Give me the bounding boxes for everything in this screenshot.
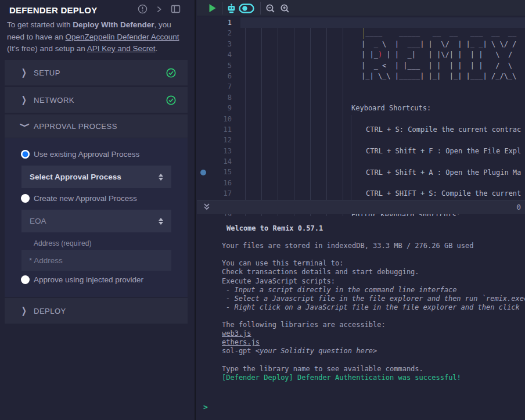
transaction-count-badge: 0 [516,203,521,211]
chevron-right-icon[interactable] [155,5,163,13]
zoom-in-icon[interactable] [279,2,290,14]
radio-use-existing-label: Use existing Approval Process [34,150,139,159]
line-number: 13 [197,146,232,156]
approval-process-content: Use existing Approval Process Select App… [5,138,188,297]
terminal-line: •web3.js [222,329,525,338]
intro-text: To get started with Deploy With Defender… [7,19,188,55]
run-script-icon[interactable] [206,2,218,14]
collapse-terminal-icon[interactable] [202,202,211,214]
red-bracket: ) [378,51,382,59]
radio-injected-provider-label: Approve using injected provider [34,275,143,285]
zoom-out-icon[interactable] [264,2,276,14]
approval-process-select[interactable]: Select Approval Process [21,166,171,188]
section-setup-label: SETUP [34,69,60,77]
radio-create-new[interactable] [21,194,30,203]
defender-deploy-panel: DEFENDER DEPLOY To get started with Depl… [0,0,196,420]
terminal-link[interactable]: ethers.js [222,338,260,346]
approval-type-select-value: EOA [30,217,46,225]
terminal-line: The following libraries are accessible: [222,321,525,329]
ai-toggle-on[interactable] [238,2,254,14]
indent-guide [294,28,294,216]
terminal-link[interactable]: web3.js [222,329,251,338]
terminal-line [222,312,525,321]
terminal-line: •Execute JavaScript scripts: [222,277,525,286]
terminal-text: - Select a Javascript file in the file e… [226,295,525,303]
indent-guide [343,28,343,216]
indent-guide [326,28,327,216]
editor-text-line: CTRL + Shift + A : Open the Plugin Ma [366,167,521,178]
line-number: 9 [197,103,232,113]
alert-circle-icon[interactable] [138,4,148,14]
main-area: 12345678910111213141516171819 ____ _____… [197,0,525,420]
line-number: 11 [197,124,232,135]
terminal-line: - Input a script directly in the command… [226,286,525,295]
remix-ai-robot-icon[interactable] [225,2,237,14]
section-deploy[interactable]: ❯ DEPLOY [5,298,188,324]
intro-text-segment: (It's free) and setup an [7,44,87,53]
terminal-text: [Defender Deploy] Defender Authenticatio… [222,374,461,382]
terminal-line: - Select a Javascript file in the file e… [226,295,525,303]
terminal-line: •Check transactions details and start de… [222,268,525,277]
terminal-line: You can use this terminal to: [222,259,525,268]
check-circle-icon [166,95,176,105]
radio-injected-provider[interactable] [21,275,30,284]
intro-link[interactable]: API Key and Secret [87,44,156,53]
toolbar-separator [260,2,261,15]
intro-link[interactable]: OpenZeppelin Defender Account [66,33,179,41]
terminal-text: Execute JavaScript scripts: [222,277,335,285]
check-circle-icon [166,68,176,78]
indent-guide [351,115,351,211]
terminal-line [222,233,525,242]
section-network[interactable]: ❯ NETWORK [5,87,188,113]
line-number: 1 [197,17,232,28]
terminal-prompt[interactable]: > [203,403,208,411]
line-number: 14 [197,156,232,167]
remix-ascii-art: ____ _____ __ __ ___ __ __ | _ \ | ___| … [361,28,516,81]
radio-create-new-label: Create new Approval Process [34,194,137,203]
indent-guide [278,28,278,216]
radio-use-existing[interactable] [21,150,30,159]
line-number: 5 [197,60,232,71]
section-approval-process[interactable]: ❯ APPROVAL PROCESS [5,114,188,138]
terminal-text: sol-gpt [222,347,256,355]
panel-header: DEFENDER DEPLOY [9,3,189,17]
address-input[interactable] [21,250,171,271]
editor-gutter: 12345678910111213141516171819 [197,17,232,216]
terminal-line [222,250,525,259]
terminal-line: - Right click on a JavaScript file in th… [226,303,525,312]
editor-text-line: CTRL + Shift + F : Open the File Expl [366,146,521,156]
split-view-icon[interactable] [171,4,181,14]
line-number: 6 [197,71,232,81]
terminal-output[interactable]: Welcome to Remix 0.57.1Your files are st… [222,214,525,420]
indent-guide [261,28,262,216]
chevron-right-icon: ❯ [21,95,29,105]
terminal-text: Your files are stored in indexedDB, 33.3… [222,242,473,250]
terminal-text: Welcome to Remix 0.57.1 [226,224,323,232]
line-number: 3 [197,39,232,49]
line-number: 2 [197,28,232,38]
line-number: 12 [197,135,232,145]
chevron-down-icon: ❯ [20,123,30,130]
approval-type-select[interactable]: EOA [21,210,171,232]
section-setup[interactable]: ❯ SETUP [5,60,188,85]
terminal-header: 0 [197,200,525,214]
terminal-text-italic: <your Solidity question here> [256,347,377,355]
current-line-highlight [240,17,525,28]
indent-guide [310,28,311,216]
intro-text-segment: To get started with [7,20,73,29]
intro-text-segment: . [156,44,158,53]
section-deploy-label: DEPLOY [34,307,66,315]
code-editor[interactable]: 12345678910111213141516171819 ____ _____… [197,16,525,216]
breakpoint-dot[interactable] [200,170,206,175]
line-number: 7 [197,81,232,92]
editor-toolbar [197,0,525,16]
page-title: DEFENDER DEPLOY [9,5,97,15]
terminal-line: Welcome to Remix 0.57.1 [222,224,525,233]
chevron-right-icon: ❯ [21,306,29,316]
terminal-text: Check transactions details and start deb… [222,268,419,276]
line-number: 17 [197,188,232,199]
updown-arrows-icon [159,174,163,181]
intro-text-segment: Deploy With Defender [73,20,154,29]
chevron-right-icon: ❯ [21,67,29,78]
terminal-text: - Right click on a JavaScript file in th… [226,303,525,311]
